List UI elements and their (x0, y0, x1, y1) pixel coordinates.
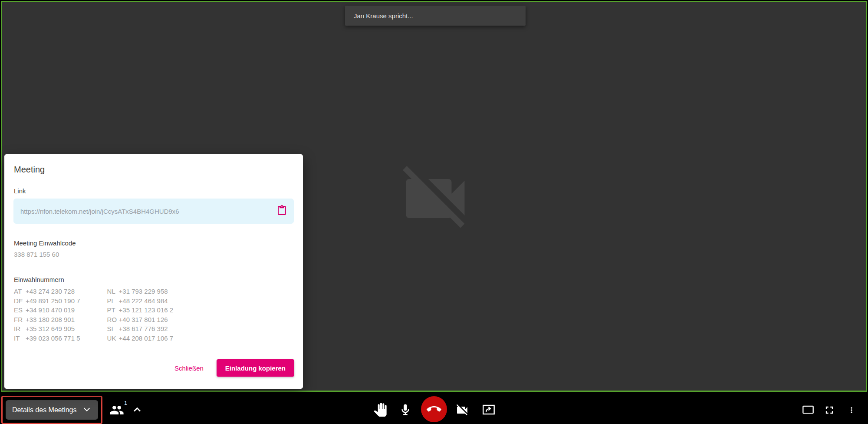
dialin-row: RO+40 317 801 126 (107, 315, 174, 325)
camera-off-icon (455, 403, 469, 417)
phone-number: +35 121 123 016 2 (119, 306, 174, 314)
fullscreen-button[interactable] (823, 404, 835, 416)
call-toolbar: Details des Meetings 1 (0, 393, 868, 424)
copy-invitation-button[interactable]: Einladung kopieren (217, 359, 294, 377)
phone-number: +31 793 229 958 (119, 288, 168, 295)
phone-number: +44 208 017 106 7 (119, 335, 174, 342)
meeting-link-url: https://nfon.telekom.net/join/jCcysATxS4… (13, 208, 273, 215)
dialin-row: ES+34 910 470 019 (14, 305, 80, 315)
dialin-row: NL+31 793 229 958 (107, 287, 174, 296)
country-code: UK (107, 335, 119, 342)
meeting-details-dialog: Meeting Link https://nfon.telekom.net/jo… (4, 154, 303, 389)
phone-number: +38 617 776 392 (119, 325, 168, 332)
chevron-up-icon (131, 404, 143, 416)
clipboard-icon (276, 205, 287, 217)
link-label: Link (14, 187, 26, 195)
hand-icon (373, 403, 387, 417)
more-options-button[interactable] (847, 404, 856, 417)
dialin-code-label: Meeting Einwahlcode (14, 239, 76, 247)
participants-button[interactable] (109, 403, 124, 417)
country-code: ES (14, 306, 26, 314)
picture-in-picture-button[interactable] (802, 404, 814, 415)
dialin-numbers-column-2: NL+31 793 229 958 PL+48 222 464 984 PT+3… (107, 287, 174, 343)
dialin-code-value: 338 871 155 60 (14, 251, 59, 258)
dialog-actions: Schließen Einladung kopieren (174, 359, 294, 377)
screen-share-button[interactable] (482, 403, 496, 417)
phone-number: +35 312 649 905 (26, 325, 75, 332)
camera-toggle-button[interactable] (455, 403, 469, 417)
dialin-row: IR+35 312 649 905 (14, 324, 80, 334)
country-code: AT (14, 288, 26, 295)
dialin-row: AT+43 274 230 728 (14, 287, 80, 296)
phone-number: +49 891 250 190 7 (26, 297, 80, 305)
dialin-row: FR+33 180 208 901 (14, 315, 80, 325)
more-vert-icon (847, 404, 856, 417)
country-code: FR (14, 316, 26, 323)
phone-number: +39 023 056 771 5 (26, 335, 80, 342)
dialin-numbers-list: AT+43 274 230 728 DE+49 891 250 190 7 ES… (14, 287, 173, 343)
country-code: DE (14, 297, 26, 305)
dialin-row: SI+38 617 776 392 (107, 324, 174, 334)
hangup-button[interactable] (421, 396, 447, 422)
phone-number: +34 910 470 019 (26, 306, 75, 314)
fullscreen-icon (823, 404, 835, 416)
country-code: IT (14, 335, 26, 342)
speaker-toast-text: Jan Krause spricht... (354, 12, 413, 20)
dialin-numbers-label: Einwahlnummern (14, 276, 64, 283)
speaker-toast: Jan Krause spricht... (345, 6, 526, 26)
country-code: PT (107, 306, 119, 314)
share-screen-icon (482, 403, 496, 417)
phone-number: +43 274 230 728 (26, 288, 75, 295)
country-code: IR (14, 325, 26, 332)
dialin-row: PT+35 121 123 016 2 (107, 305, 174, 315)
pip-icon (802, 404, 814, 415)
chevron-down-icon (82, 404, 92, 416)
dialin-row: DE+49 891 250 190 7 (14, 296, 80, 306)
country-code: NL (107, 288, 119, 295)
phone-number: +40 317 801 126 (119, 316, 168, 323)
country-code: RO (107, 316, 119, 323)
dialin-row: IT+39 023 056 771 5 (14, 334, 80, 343)
meeting-details-button[interactable]: Details des Meetings (6, 400, 98, 420)
dialin-row: UK+44 208 017 106 7 (107, 334, 174, 343)
phone-hangup-icon (427, 402, 441, 417)
dialin-numbers-column-1: AT+43 274 230 728 DE+49 891 250 190 7 ES… (14, 287, 80, 343)
country-code: SI (107, 325, 119, 332)
camera-off-placeholder-icon (396, 159, 474, 238)
raise-hand-button[interactable] (373, 403, 387, 417)
close-button[interactable]: Schließen (174, 364, 204, 372)
mic-icon (399, 402, 412, 417)
phone-number: +48 222 464 984 (119, 297, 168, 305)
expand-panel-button[interactable] (131, 404, 143, 416)
dialin-row: PL+48 222 464 984 (107, 296, 174, 306)
country-code: PL (107, 297, 119, 305)
microphone-button[interactable] (399, 402, 412, 417)
participants-count-badge: 1 (124, 400, 127, 406)
copy-link-button[interactable] (273, 202, 290, 220)
phone-number: +33 180 208 901 (26, 316, 75, 323)
details-button-highlight: Details des Meetings (1, 396, 102, 424)
details-button-label: Details des Meetings (12, 406, 77, 414)
people-icon (109, 403, 124, 417)
dialog-title: Meeting (14, 165, 45, 175)
meeting-link-field[interactable]: https://nfon.telekom.net/join/jCcysATxS4… (13, 199, 294, 224)
